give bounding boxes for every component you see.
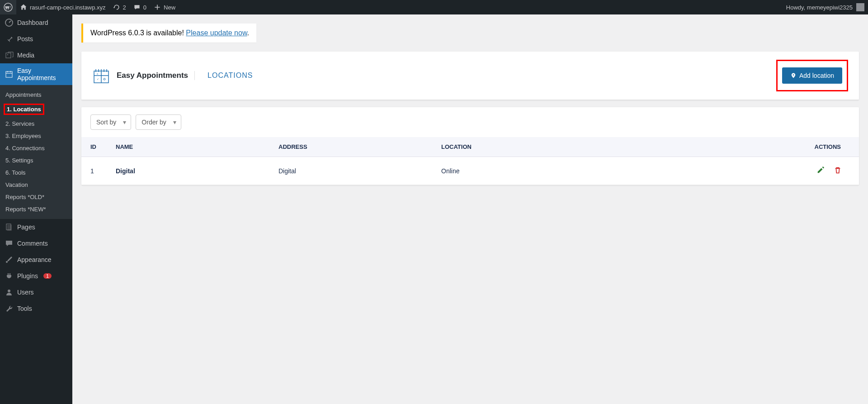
app-name: Easy Appointments [117, 71, 195, 80]
add-location-button[interactable]: Add location [782, 67, 842, 84]
order-by-dropdown[interactable]: Order by [136, 114, 181, 130]
admin-bar-right[interactable]: Howdy, memeyepiwi2325 [786, 3, 864, 11]
site-name: rasurf-camp-ceci.instawp.xyz [30, 4, 106, 11]
comments-link[interactable]: 0 [130, 0, 150, 14]
menu-appearance-label: Appearance [17, 256, 52, 263]
cell-address: Digital [271, 157, 434, 185]
home-icon [20, 4, 27, 11]
svg-rect-4 [6, 71, 12, 77]
admin-bar: rasurf-camp-ceci.instawp.xyz 2 0 New How… [0, 0, 868, 14]
sort-by-dropdown[interactable]: Sort by [90, 114, 131, 130]
howdy-text: Howdy, memeyepiwi2325 [786, 4, 853, 11]
add-button-highlight: Add location [776, 60, 848, 91]
user-icon [5, 288, 14, 297]
updates-count: 2 [123, 4, 126, 11]
calendar-icon [5, 70, 14, 79]
menu-media-label: Media [17, 52, 34, 59]
menu-users[interactable]: Users [0, 284, 72, 300]
menu-comments[interactable]: Comments [0, 235, 72, 252]
svg-point-8 [8, 290, 10, 292]
wp-logo[interactable] [0, 0, 16, 14]
svg-text:x: x [97, 72, 98, 75]
cell-location: Online [434, 157, 796, 185]
menu-posts-label: Posts [17, 35, 33, 43]
pages-icon [5, 223, 14, 232]
submenu-appointments[interactable]: Appointments [0, 89, 72, 101]
svg-rect-6 [7, 225, 12, 231]
table-row: 1 Digital Digital Online [81, 157, 859, 185]
menu-easy-appointments[interactable]: Easy Appointments [0, 63, 72, 85]
menu-tools-label: Tools [17, 305, 32, 312]
delete-button[interactable] [834, 166, 842, 174]
cell-name: Digital [108, 157, 271, 185]
plugins-badge: 1 [43, 273, 52, 279]
media-icon [5, 51, 14, 60]
submenu-services[interactable]: 2. Services [0, 118, 72, 130]
svg-rect-2 [6, 53, 11, 58]
menu-media[interactable]: Media [0, 47, 72, 63]
content-area: WordPress 6.0.3 is available! Please upd… [72, 14, 868, 194]
admin-sidebar: Dashboard Posts Media Easy Appointments … [0, 14, 72, 404]
cell-id: 1 [81, 157, 108, 185]
plug-icon [5, 271, 14, 280]
submenu-reports-old[interactable]: Reports *OLD* [0, 191, 72, 203]
comments-icon [5, 239, 14, 248]
menu-plugins-label: Plugins [17, 272, 38, 280]
location-pin-icon [790, 72, 797, 79]
svg-text:✓: ✓ [97, 78, 99, 81]
avatar [856, 3, 864, 11]
notice-text: WordPress 6.0.3 is available! [90, 29, 186, 37]
menu-ea-label: Easy Appointments [17, 67, 68, 81]
menu-users-label: Users [17, 289, 34, 296]
menu-tools[interactable]: Tools [0, 300, 72, 317]
pencil-icon [816, 166, 825, 174]
table-header-row: ID NAME ADDRESS LOCATION ACTIONS [81, 137, 859, 157]
svg-point-3 [7, 54, 8, 55]
card-header: x✓ Easy Appointments LOCATIONS Add locat… [81, 52, 859, 100]
th-id: ID [81, 137, 108, 157]
submenu-vacation[interactable]: Vacation [0, 179, 72, 191]
svg-point-7 [6, 261, 8, 263]
th-address: ADDRESS [271, 137, 434, 157]
new-link[interactable]: New [150, 0, 179, 14]
edit-button[interactable] [816, 166, 825, 174]
submenu-tools[interactable]: 6. Tools [0, 166, 72, 179]
submenu-ea: Appointments 1. Locations 2. Services 3.… [0, 85, 72, 219]
menu-appearance[interactable]: Appearance [0, 252, 72, 268]
menu-plugins[interactable]: Plugins 1 [0, 268, 72, 284]
header-card: x✓ Easy Appointments LOCATIONS Add locat… [81, 52, 859, 100]
th-location: LOCATION [434, 137, 796, 157]
brush-icon [5, 255, 14, 264]
submenu-settings[interactable]: 5. Settings [0, 154, 72, 166]
title-group: x✓ Easy Appointments LOCATIONS [92, 67, 253, 85]
table-card: Sort by Order by ID NAME ADDRESS LOCATIO… [81, 107, 859, 185]
dashboard-icon [5, 18, 14, 27]
menu-dashboard[interactable]: Dashboard [0, 14, 72, 31]
menu-posts[interactable]: Posts [0, 31, 72, 47]
locations-table: ID NAME ADDRESS LOCATION ACTIONS 1 Digit… [81, 137, 859, 185]
menu-pages-label: Pages [17, 223, 35, 231]
menu-dashboard-label: Dashboard [17, 19, 48, 26]
update-notice: WordPress 6.0.3 is available! Please upd… [81, 24, 256, 43]
menu-pages[interactable]: Pages [0, 219, 72, 235]
add-button-label: Add location [799, 72, 834, 79]
menu-comments-label: Comments [17, 240, 48, 247]
admin-bar-left: rasurf-camp-ceci.instawp.xyz 2 0 New [0, 0, 179, 14]
updates-link[interactable]: 2 [109, 0, 130, 14]
submenu-employees[interactable]: 3. Employees [0, 130, 72, 142]
submenu-connections[interactable]: 4. Connections [0, 142, 72, 154]
locations-highlight: 1. Locations [4, 104, 44, 115]
comments-count: 0 [143, 4, 146, 11]
refresh-icon [113, 4, 120, 11]
wordpress-icon [4, 3, 13, 12]
app-icon: x✓ [92, 67, 110, 85]
th-name: NAME [108, 137, 271, 157]
site-name-link[interactable]: rasurf-camp-ceci.instawp.xyz [16, 0, 109, 14]
toolbar: Sort by Order by [81, 107, 859, 137]
submenu-reports-new[interactable]: Reports *NEW* [0, 203, 72, 215]
pin-icon [5, 34, 14, 43]
comment-icon [133, 4, 141, 11]
submenu-locations[interactable]: 1. Locations [0, 101, 72, 118]
svg-point-12 [104, 78, 105, 80]
update-link[interactable]: Please update now [186, 29, 247, 37]
